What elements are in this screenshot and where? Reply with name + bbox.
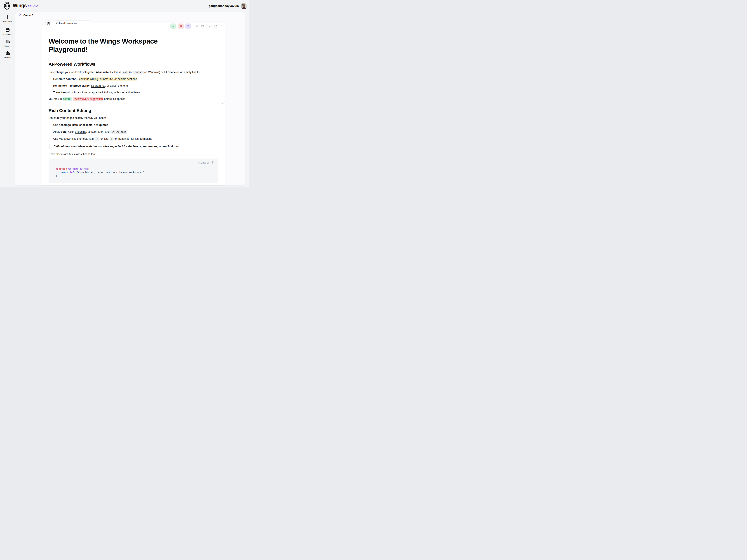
- username: gangadhar.payyavula: [209, 4, 239, 8]
- document-title: Welcome to the Wings Workspace Playgroun…: [49, 37, 178, 54]
- sidebar-item-objects[interactable]: Objects: [0, 51, 15, 59]
- collapse-chevron-icon[interactable]: [219, 24, 223, 28]
- control-paragraph: You stay in control: review every sugges…: [49, 97, 218, 102]
- ai-intro-paragraph: Supercharge your work with integrated AI…: [49, 70, 218, 75]
- section-heading-rich: Rich Content Editing: [49, 108, 218, 113]
- brand: Wings Studio: [3, 1, 38, 10]
- yellow-highlight: continue writing, summarize, or explain …: [79, 77, 137, 81]
- sidebar-item-library[interactable]: Library: [0, 39, 15, 47]
- code-language-label: TypeScript: [198, 162, 209, 164]
- linked-circles-icon[interactable]: [196, 24, 199, 28]
- kbd-cmd-j: ⌘+J: [122, 71, 128, 74]
- note-tab[interactable]: Rich welcome notes: [53, 20, 92, 26]
- note-badge-button[interactable]: [45, 20, 51, 26]
- inline-code: *: [95, 137, 99, 141]
- sidebar-label: Library: [4, 45, 11, 47]
- list-item: Refine text – improve clarity, fix gramm…: [53, 83, 218, 88]
- page-title: Demo 3: [23, 14, 33, 17]
- top-bar: Wings Studio gangadhar.payyavula: [0, 0, 249, 12]
- document-body: Welcome to the Wings Workspace Playgroun…: [42, 23, 225, 183]
- list-item: Generate content – continue writing, sum…: [53, 77, 218, 81]
- red-highlight: review every suggestion: [73, 97, 103, 101]
- objects-icon: [5, 51, 10, 55]
- green-highlight: control: [62, 97, 72, 101]
- list-item: Transform structure – turn paragraphs in…: [53, 90, 218, 95]
- edit-pencil-icon[interactable]: [222, 101, 225, 105]
- calendar-icon: [5, 28, 10, 32]
- note-toolbar: [171, 23, 223, 29]
- ai-feature-list: Generate content – continue writing, sum…: [49, 77, 218, 95]
- toolbar-divider: [193, 24, 194, 28]
- list-item: Use headings, lists, checklists, and quo…: [53, 123, 218, 127]
- approve-button[interactable]: [171, 24, 176, 29]
- ai-sparkles-icon: [187, 24, 190, 28]
- sidebar-item-new-page[interactable]: New Page: [0, 15, 15, 23]
- app-subtitle: Studio: [28, 4, 38, 8]
- code-content: function welcomeToWings() { console.info…: [53, 167, 215, 178]
- library-icon: [5, 39, 10, 44]
- clipboard-pen-icon: [47, 22, 50, 25]
- copy-icon[interactable]: [201, 24, 205, 28]
- list-item: Apply bold, italic, underline, strikethr…: [53, 129, 218, 134]
- note-card: Welcome to the Wings Workspace Playgroun…: [42, 23, 225, 185]
- breadcrumb[interactable]: Demo 3: [18, 14, 33, 18]
- code-block-header: TypeScript: [53, 161, 215, 165]
- user-avatar[interactable]: [241, 3, 247, 9]
- sidebar-label: New Page: [3, 21, 12, 23]
- ai-assist-button[interactable]: [185, 24, 191, 29]
- app-title: Wings: [13, 3, 27, 8]
- document-icon: [18, 14, 22, 18]
- blockquote: Call out important ideas with blockquote…: [49, 143, 218, 149]
- copy-code-icon[interactable]: [211, 161, 215, 165]
- app-window: Wings Studio gangadhar.payyavula: [0, 0, 249, 187]
- list-item: Use Markdown-like shortcuts (e.g. * for …: [53, 136, 218, 141]
- code-block: TypeScript function welcomeToWings() { c…: [49, 159, 218, 183]
- strikethrough-text: strikethrough: [88, 130, 103, 133]
- open-external-icon[interactable]: [214, 24, 218, 28]
- sidebar-item-calendar[interactable]: Calendar: [0, 28, 15, 36]
- expand-icon[interactable]: [209, 24, 212, 28]
- sidebar-label: Objects: [4, 56, 11, 59]
- kbd-ctrl-j: Ctrl+J: [133, 71, 144, 74]
- rich-intro-paragraph: Structure your pages exactly the way you…: [49, 115, 218, 121]
- plus-icon: [5, 15, 10, 20]
- reject-button[interactable]: [178, 24, 184, 29]
- user-menu[interactable]: gangadhar.payyavula: [209, 0, 247, 12]
- approve-check-icon: [172, 25, 175, 27]
- section-heading-ai: AI-Powered Workflows: [49, 61, 218, 67]
- rich-feature-list: Use headings, lists, checklists, and quo…: [49, 123, 218, 141]
- underlined-text: fix grammar: [91, 84, 105, 87]
- inline-code: #: [110, 137, 113, 141]
- inline-code: inline code: [110, 130, 127, 134]
- code-intro-paragraph: Code blocks are first-class citizens too…: [49, 152, 218, 157]
- reject-x-icon: [180, 25, 182, 27]
- sidebar-label: Calendar: [3, 33, 12, 36]
- wings-logo-icon: [3, 1, 10, 10]
- workspace-panel: Demo 3 Rich welcome notes: [15, 12, 245, 185]
- note-tab-title: Rich welcome notes: [56, 22, 77, 25]
